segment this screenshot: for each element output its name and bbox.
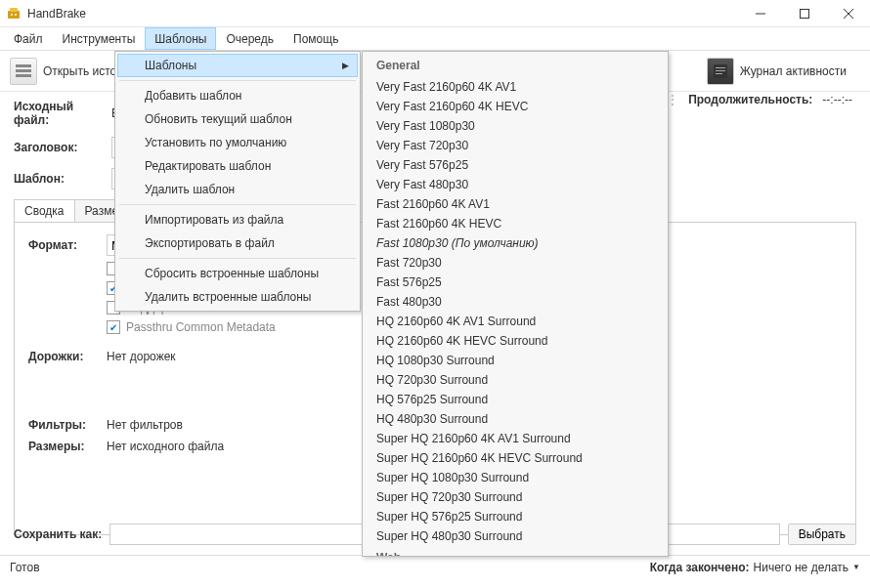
- menu-item-update[interactable]: Обновить текущий шаблон: [117, 107, 358, 131]
- save-as-label: Сохранить как:: [14, 527, 102, 541]
- preset-item[interactable]: HQ 480p30 Surround: [363, 409, 668, 429]
- svg-rect-0: [8, 11, 20, 19]
- checkbox-passthru[interactable]: [107, 320, 120, 334]
- sizes-label: Размеры:: [28, 440, 107, 453]
- preset-label: Шаблон:: [14, 172, 111, 186]
- close-button[interactable]: [826, 0, 870, 26]
- menu-separator: [119, 258, 356, 259]
- minimize-button[interactable]: [738, 0, 782, 26]
- preset-item[interactable]: HQ 720p30 Surround: [363, 370, 668, 390]
- menu-item-export[interactable]: Экспортировать в файл: [117, 231, 358, 255]
- source-file-label: Исходный файл:: [14, 100, 111, 127]
- preset-item[interactable]: Super HQ 1080p30 Surround: [363, 468, 668, 487]
- preset-item[interactable]: Super HQ 576p25 Surround: [363, 507, 668, 526]
- maximize-button[interactable]: [782, 0, 826, 26]
- chevron-down-icon[interactable]: ▼: [852, 563, 860, 571]
- chevron-right-icon: ▶: [342, 61, 349, 70]
- tab-summary[interactable]: Сводка: [14, 199, 75, 222]
- menu-item-delete[interactable]: Удалить шаблон: [117, 178, 358, 201]
- window-controls: [738, 0, 870, 26]
- menu-file[interactable]: Файл: [4, 27, 53, 50]
- duration-label: Продолжительность:: [688, 93, 812, 106]
- preset-item[interactable]: Fast 576p25: [363, 273, 668, 292]
- preset-item[interactable]: Super HQ 720p30 Surround: [363, 487, 668, 507]
- menu-separator: [119, 204, 356, 205]
- titlebar: HandBrake: [0, 0, 870, 27]
- menu-item-add[interactable]: Добавить шаблон: [117, 84, 358, 107]
- submenu-group-web: Web: [363, 546, 668, 557]
- menu-presets[interactable]: Шаблоны: [145, 27, 216, 50]
- preset-item[interactable]: Fast 2160p60 4K HEVC: [363, 214, 668, 233]
- browse-button[interactable]: Выбрать: [788, 524, 856, 545]
- when-done-label: Когда закончено:: [650, 561, 750, 574]
- menu-separator: [119, 80, 356, 81]
- when-done-value[interactable]: Ничего не делать: [754, 561, 849, 574]
- menu-item-set-default[interactable]: Установить по умолчанию: [117, 131, 358, 154]
- preset-item[interactable]: Very Fast 576p25: [363, 155, 668, 175]
- preset-item[interactable]: Fast 1080p30 (По умолчанию): [363, 233, 668, 253]
- preset-item[interactable]: Super HQ 480p30 Surround: [363, 526, 668, 546]
- statusbar: Готов Когда закончено: Ничего не делать …: [0, 555, 870, 578]
- svg-rect-9: [16, 69, 31, 72]
- menu-item-presets[interactable]: Шаблоны ▶: [117, 54, 358, 77]
- preset-item[interactable]: HQ 2160p60 4K AV1 Surround: [363, 312, 668, 331]
- svg-point-3: [15, 14, 17, 16]
- title-label: Заголовок:: [14, 141, 111, 154]
- preset-item[interactable]: HQ 1080p30 Surround: [363, 351, 668, 370]
- status-ready: Готов: [10, 561, 40, 574]
- preset-item[interactable]: Fast 480p30: [363, 292, 668, 312]
- filters-value: Нет фильтров: [107, 418, 183, 432]
- open-source-icon[interactable]: [10, 58, 37, 85]
- menu-item-edit[interactable]: Редактировать шаблон: [117, 154, 358, 178]
- menu-queue[interactable]: Очередь: [216, 27, 283, 50]
- svg-rect-12: [716, 67, 725, 68]
- svg-point-2: [11, 14, 13, 16]
- preset-item[interactable]: Very Fast 2160p60 4K HEVC: [363, 97, 668, 116]
- svg-rect-10: [16, 74, 31, 77]
- svg-rect-13: [716, 70, 725, 71]
- menu-help[interactable]: Помощь: [283, 27, 348, 50]
- preset-item[interactable]: HQ 576p25 Surround: [363, 390, 668, 409]
- filters-label: Фильтры:: [28, 418, 107, 432]
- app-icon: [6, 6, 22, 21]
- svg-rect-8: [16, 64, 31, 67]
- preset-item[interactable]: Super HQ 2160p60 4K AV1 Surround: [363, 429, 668, 448]
- menu-item-import[interactable]: Импортировать из файла: [117, 208, 358, 231]
- svg-rect-5: [800, 9, 808, 18]
- duration-row: ⋮⋮ Продолжительность: --:--:--: [655, 93, 852, 106]
- preset-item[interactable]: Fast 2160p60 4K AV1: [363, 194, 668, 214]
- duration-value: --:--:--: [822, 93, 852, 106]
- submenu-group-general: General: [363, 54, 668, 77]
- preset-item[interactable]: HQ 2160p60 4K HEVC Surround: [363, 331, 668, 351]
- preset-item[interactable]: Very Fast 720p30: [363, 136, 668, 155]
- sizes-value: Нет исходного файла: [107, 440, 224, 453]
- preset-item[interactable]: Very Fast 1080p30: [363, 116, 668, 136]
- menu-item-reset[interactable]: Сбросить встроенные шаблоны: [117, 262, 358, 285]
- svg-rect-14: [716, 73, 722, 74]
- preset-item[interactable]: Very Fast 480p30: [363, 175, 668, 194]
- menu-item-delete-builtin[interactable]: Удалить встроенные шаблоны: [117, 285, 358, 309]
- presets-submenu: General Very Fast 2160p60 4K AV1Very Fas…: [362, 51, 669, 557]
- preset-item[interactable]: Fast 720p30: [363, 253, 668, 273]
- presets-dropdown: Шаблоны ▶ Добавить шаблон Обновить текущ…: [114, 51, 361, 312]
- activity-log-icon[interactable]: [707, 58, 734, 85]
- menubar: Файл Инструменты Шаблоны Очередь Помощь: [0, 27, 870, 51]
- format-label: Формат:: [28, 238, 107, 252]
- svg-rect-1: [10, 8, 18, 12]
- app-title: HandBrake: [27, 7, 738, 21]
- tracks-value: Нет дорожек: [107, 350, 176, 363]
- menu-tools[interactable]: Инструменты: [53, 27, 146, 50]
- tracks-label: Дорожки:: [28, 350, 107, 363]
- checkbox-passthru-label: Passthru Common Metadata: [126, 320, 276, 334]
- preset-item[interactable]: Very Fast 2160p60 4K AV1: [363, 77, 668, 97]
- preset-item[interactable]: Super HQ 2160p60 4K HEVC Surround: [363, 448, 668, 468]
- activity-log-label[interactable]: Журнал активности: [740, 64, 847, 78]
